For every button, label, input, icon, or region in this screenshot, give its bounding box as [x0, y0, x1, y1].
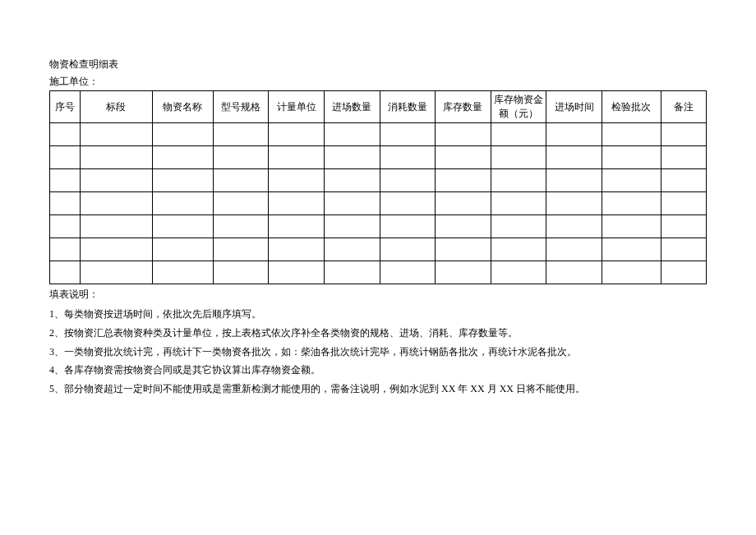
table-cell	[602, 261, 661, 284]
table-cell	[436, 238, 491, 261]
table-cell	[213, 123, 269, 146]
table-cell	[546, 192, 602, 215]
table-cell	[491, 238, 546, 261]
table-cell	[50, 261, 81, 284]
header-inspection-batch: 检验批次	[602, 91, 661, 123]
table-cell	[80, 169, 152, 192]
materials-table: 序号 标段 物资名称 型号规格 计量单位 进场数量 消耗数量 库存数量 库存物资…	[49, 90, 707, 284]
table-cell	[436, 123, 491, 146]
table-cell	[436, 192, 491, 215]
table-cell	[324, 123, 380, 146]
table-cell	[50, 215, 81, 238]
table-cell	[602, 192, 661, 215]
table-cell	[380, 123, 436, 146]
table-cell	[213, 169, 269, 192]
table-body	[50, 123, 707, 284]
construction-unit-label: 施工单位：	[49, 75, 707, 89]
table-cell	[80, 146, 152, 169]
table-cell	[80, 215, 152, 238]
table-cell	[152, 146, 213, 169]
table-cell	[546, 146, 602, 169]
table-cell	[213, 192, 269, 215]
note-line: 1、每类物资按进场时间，依批次先后顺序填写。	[49, 305, 707, 324]
header-in-time: 进场时间	[546, 91, 602, 123]
table-cell	[324, 215, 380, 238]
note-line: 5、部分物资超过一定时间不能使用或是需重新检测才能使用的，需备注说明，例如水泥到…	[49, 380, 707, 399]
header-section: 标段	[80, 91, 152, 123]
table-cell	[50, 169, 81, 192]
table-cell	[213, 238, 269, 261]
header-stock-amount: 库存物资金额（元）	[491, 91, 546, 123]
table-row	[50, 146, 707, 169]
table-cell	[324, 261, 380, 284]
notes-title: 填表说明：	[49, 288, 707, 302]
table-cell	[269, 192, 325, 215]
table-cell	[602, 215, 661, 238]
table-row	[50, 192, 707, 215]
table-cell	[661, 238, 706, 261]
table-cell	[213, 261, 269, 284]
document-title: 物资检查明细表	[49, 58, 707, 71]
table-cell	[269, 215, 325, 238]
table-cell	[269, 146, 325, 169]
table-cell	[324, 238, 380, 261]
table-cell	[324, 146, 380, 169]
table-cell	[602, 146, 661, 169]
table-cell	[50, 192, 81, 215]
table-cell	[491, 146, 546, 169]
table-cell	[546, 169, 602, 192]
table-header-row: 序号 标段 物资名称 型号规格 计量单位 进场数量 消耗数量 库存数量 库存物资…	[50, 91, 707, 123]
table-cell	[50, 123, 81, 146]
table-cell	[491, 169, 546, 192]
table-row	[50, 215, 707, 238]
table-cell	[213, 215, 269, 238]
table-cell	[491, 215, 546, 238]
table-row	[50, 169, 707, 192]
table-cell	[80, 238, 152, 261]
table-cell	[50, 146, 81, 169]
table-cell	[80, 192, 152, 215]
table-cell	[269, 261, 325, 284]
header-consume-qty: 消耗数量	[380, 91, 436, 123]
table-cell	[602, 238, 661, 261]
table-cell	[152, 215, 213, 238]
table-cell	[661, 192, 706, 215]
table-cell	[661, 146, 706, 169]
table-cell	[80, 123, 152, 146]
table-cell	[324, 169, 380, 192]
table-cell	[546, 238, 602, 261]
table-cell	[152, 238, 213, 261]
header-in-qty: 进场数量	[324, 91, 380, 123]
table-cell	[436, 146, 491, 169]
header-material-name: 物资名称	[152, 91, 213, 123]
table-cell	[546, 261, 602, 284]
table-cell	[152, 123, 213, 146]
table-cell	[80, 261, 152, 284]
table-cell	[436, 261, 491, 284]
table-cell	[661, 261, 706, 284]
table-cell	[324, 192, 380, 215]
table-cell	[152, 169, 213, 192]
table-row	[50, 123, 707, 146]
table-cell	[602, 123, 661, 146]
table-cell	[661, 215, 706, 238]
table-cell	[380, 238, 436, 261]
table-cell	[380, 261, 436, 284]
table-cell	[436, 215, 491, 238]
header-unit: 计量单位	[269, 91, 325, 123]
table-cell	[50, 238, 81, 261]
table-cell	[436, 169, 491, 192]
table-row	[50, 238, 707, 261]
table-cell	[546, 123, 602, 146]
header-seq: 序号	[50, 91, 81, 123]
table-cell	[491, 261, 546, 284]
header-stock-qty: 库存数量	[436, 91, 491, 123]
table-cell	[213, 146, 269, 169]
table-row	[50, 261, 707, 284]
table-cell	[380, 215, 436, 238]
table-cell	[380, 169, 436, 192]
table-cell	[602, 169, 661, 192]
table-cell	[380, 192, 436, 215]
note-line: 3、一类物资批次统计完，再统计下一类物资各批次，如：柴油各批次统计完毕，再统计钢…	[49, 343, 707, 362]
table-cell	[661, 169, 706, 192]
